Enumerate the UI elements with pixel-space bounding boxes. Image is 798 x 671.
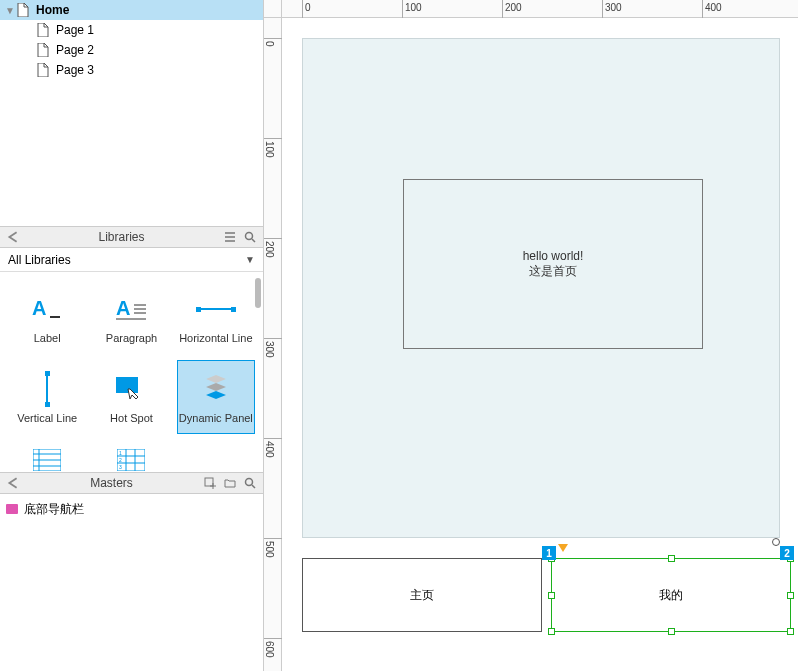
ruler-tick: 0 [305,2,311,13]
selection-handle[interactable] [668,628,675,635]
selection-handle[interactable] [787,628,794,635]
svg-rect-12 [196,307,201,312]
collapse-icon[interactable] [6,476,20,490]
add-master-icon[interactable] [203,476,217,490]
add-folder-icon[interactable] [223,476,237,490]
widget-hot-spot[interactable]: Hot Spot [92,360,170,434]
tab-home-label: 主页 [410,587,434,604]
ruler-tick: 400 [264,441,275,458]
ruler-tick: 300 [605,2,622,13]
page-icon [36,43,50,57]
ruler-tick: 100 [405,2,422,13]
selection-handle[interactable] [548,628,555,635]
widget-repeater[interactable] [8,440,86,472]
scrollbar-thumb[interactable] [255,278,261,308]
svg-line-4 [252,239,255,242]
state-badge-2[interactable]: 2 [780,546,794,560]
ruler-tick: 100 [264,141,275,158]
library-selector[interactable]: All Libraries ▼ [0,248,263,272]
page-label: Page 2 [56,43,94,57]
widget-label-text: Dynamic Panel [179,412,253,424]
svg-text:A: A [116,297,130,319]
svg-rect-14 [231,307,236,312]
svg-line-36 [252,485,255,488]
masters-title: Masters [26,476,197,490]
table-icon: 123 [117,441,145,472]
widget-label-text: Paragraph [106,332,157,344]
masters-body: 底部导航栏 [0,494,263,524]
label-icon: A [30,290,64,328]
collapse-icon[interactable] [6,230,20,244]
canvas[interactable]: hello world! 这是首页 主页 我的 1 2 [282,18,798,671]
svg-rect-15 [45,371,50,376]
page-icon [36,63,50,77]
ruler-tick: 0 [264,41,275,47]
page-item-page3[interactable]: Page 3 [0,60,263,80]
vline-icon [42,370,52,408]
ruler-tick: 400 [705,2,722,13]
svg-point-35 [246,479,253,486]
artboard[interactable]: hello world! 这是首页 [302,38,780,538]
ruler-vertical[interactable]: 0 100 200 300 400 500 600 [264,18,282,671]
page-label: Home [36,3,69,17]
dynamic-panel-icon [200,370,232,408]
widget-paragraph[interactable]: A Paragraph [92,280,170,354]
svg-point-3 [246,233,253,240]
widget-label-text: Vertical Line [17,412,77,424]
widget-label-text: Label [34,332,61,344]
widget-horizontal-line[interactable]: Horizontal Line [177,280,255,354]
libraries-header: Libraries [0,226,263,248]
hello-widget[interactable]: hello world! 这是首页 [403,179,703,349]
hello-line1: hello world! [523,249,584,263]
tab-home[interactable]: 主页 [302,558,542,632]
tab-mine-label: 我的 [659,587,683,604]
widget-table[interactable]: 123 [92,440,170,472]
svg-text:1: 1 [119,450,122,456]
ruler-tick: 200 [264,241,275,258]
page-icon [16,3,30,17]
ruler-tick: 600 [264,641,275,658]
master-icon [6,504,18,514]
tree-collapse-icon[interactable]: ▼ [4,5,16,16]
svg-rect-18 [116,377,138,393]
page-item-home[interactable]: ▼ Home [0,0,263,20]
page-icon [36,23,50,37]
widget-label-text: Hot Spot [110,412,153,424]
selection-handle[interactable] [668,555,675,562]
svg-rect-17 [45,402,50,407]
page-label: Page 3 [56,63,94,77]
page-item-page1[interactable]: Page 1 [0,20,263,40]
svg-text:A: A [32,297,46,319]
caret-down-icon: ▼ [245,254,255,265]
library-selector-text: All Libraries [8,253,245,267]
selection-handle[interactable] [787,592,794,599]
tab-mine-selected[interactable]: 我的 [551,558,791,632]
masters-header: Masters [0,472,263,494]
svg-rect-32 [205,478,213,486]
master-item[interactable]: 底部导航栏 [6,500,257,518]
ruler-horizontal[interactable]: 0 100 200 300 400 500 [282,0,798,18]
libraries-title: Libraries [26,230,217,244]
rotation-handle[interactable] [772,538,780,546]
search-icon[interactable] [243,476,257,490]
pages-panel: ▼ Home Page 1 Page 2 Page 3 [0,0,263,226]
selection-handle[interactable] [548,592,555,599]
paragraph-icon: A [114,290,148,328]
widget-label-text: Horizontal Line [179,332,252,344]
ruler-corner [264,0,282,18]
state-badge-1[interactable]: 1 [542,546,556,560]
master-label: 底部导航栏 [24,501,84,518]
page-item-page2[interactable]: Page 2 [0,40,263,60]
ruler-tick: 500 [264,541,275,558]
hline-icon [196,290,236,328]
ruler-tick: 200 [505,2,522,13]
menu-icon[interactable] [223,230,237,244]
search-icon[interactable] [243,230,257,244]
state-marker-icon[interactable] [558,544,568,552]
widget-dynamic-panel[interactable]: Dynamic Panel [177,360,255,434]
hotspot-icon [114,370,148,408]
widget-label[interactable]: A Label [8,280,86,354]
left-panel: ▼ Home Page 1 Page 2 Page 3 Libraries [0,0,264,671]
widget-vertical-line[interactable]: Vertical Line [8,360,86,434]
svg-text:3: 3 [119,464,122,470]
